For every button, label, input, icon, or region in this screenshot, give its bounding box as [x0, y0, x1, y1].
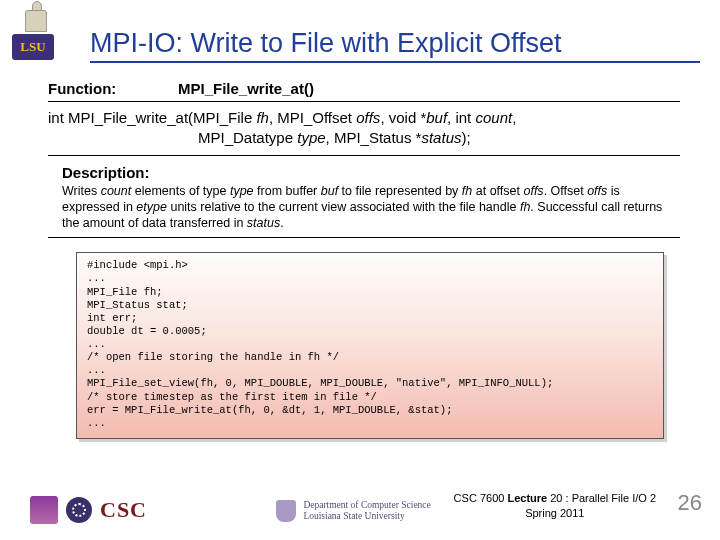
ref-bold: Lecture	[507, 492, 547, 504]
ref-line-2: Spring 2011	[525, 507, 584, 519]
cct-logo-icon	[30, 496, 58, 524]
ref-suffix: 20 : Parallel File I/O 2	[547, 492, 656, 504]
lsu-logo-text: LSU	[12, 34, 54, 60]
function-row: Function: MPI_File_write_at()	[48, 78, 680, 102]
description-label: Description:	[48, 156, 680, 183]
slide-body: Function: MPI_File_write_at() int MPI_Fi…	[48, 78, 680, 439]
slide-title: MPI-IO: Write to File with Explicit Offs…	[90, 28, 700, 63]
ref-prefix: CSC 7600	[454, 492, 508, 504]
function-signature: int MPI_File_write_at(MPI_File fh, MPI_O…	[48, 102, 680, 156]
csc-logo-text: CSC	[100, 497, 170, 523]
footer-department: Department of Computer Science Louisiana…	[276, 500, 431, 522]
dept-line-1: Department of Computer Science	[303, 500, 430, 510]
description-text: Writes count elements of type type from …	[48, 183, 680, 239]
signature-line-2: MPI_Datatype type, MPI_Status *status);	[48, 128, 680, 148]
slide-footer: CSC Department of Computer Science Louis…	[0, 478, 720, 530]
lsu-logo: LSU	[12, 10, 60, 64]
function-label: Function:	[48, 80, 178, 97]
function-name: MPI_File_write_at()	[178, 80, 314, 97]
dept-line-2: Louisiana State University	[303, 511, 404, 521]
signature-line-1: int MPI_File_write_at(MPI_File fh, MPI_O…	[48, 108, 680, 128]
code-example: #include <mpi.h> ... MPI_File fh; MPI_St…	[76, 252, 664, 439]
footer-reference: CSC 7600 Lecture 20 : Parallel File I/O …	[454, 491, 656, 520]
nsf-logo-icon	[66, 497, 92, 523]
footer-logos: CSC	[30, 496, 170, 524]
page-number: 26	[678, 490, 702, 516]
lsu-crest-icon	[276, 500, 296, 522]
